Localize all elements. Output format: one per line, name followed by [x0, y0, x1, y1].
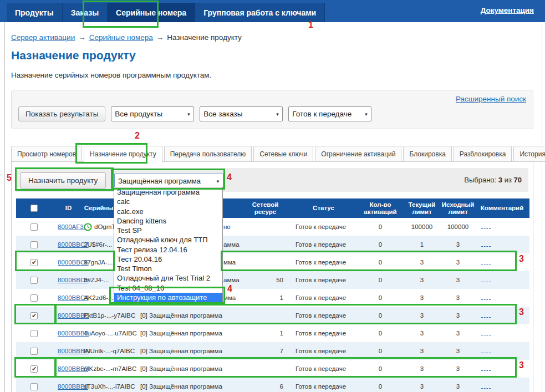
table-row: 8000AF32dOgmTH-...ноГотов к передаче0100… [16, 218, 529, 236]
row-checkbox[interactable] [30, 348, 38, 355]
dropdown-option[interactable]: Test SP [114, 226, 222, 235]
annotation-number-1: 1 [308, 20, 313, 30]
id-cell: 8000BBBB [53, 330, 84, 337]
tab-4[interactable]: Сетевые ключи [253, 146, 313, 162]
comment-edit-link[interactable] [481, 277, 491, 282]
row-checkbox[interactable]: ✔ [30, 259, 38, 266]
dropdown-option[interactable]: Test Timon [114, 264, 222, 273]
status-cell: Готов к передаче [289, 365, 358, 372]
top-navbar: ПродуктыЗаказыСерийные номераГрупповая р… [0, 0, 545, 22]
tab-6[interactable]: Блокировка [403, 146, 451, 162]
initial-limit-cell: 3 [441, 277, 475, 283]
comment-cell [475, 383, 529, 390]
dropdown-option[interactable]: calc.exe [114, 207, 222, 216]
row-checkbox[interactable]: ✔ [30, 365, 38, 373]
comment-edit-link[interactable] [481, 330, 491, 335]
nav-item[interactable]: Заказы [63, 3, 108, 22]
nav-item[interactable]: Групповая работа с ключами [195, 3, 325, 22]
row-checkbox[interactable] [30, 383, 38, 390]
comment-edit-link[interactable] [481, 384, 491, 389]
comment-edit-link[interactable] [481, 259, 491, 264]
tab-7[interactable]: Разблокировка [454, 146, 512, 162]
comment-edit-link[interactable] [481, 295, 491, 300]
comment-edit-link[interactable] [481, 224, 491, 229]
tab-content-panel: Назначить продукту Защищённая программа … [11, 161, 533, 392]
show-results-button[interactable]: Показать результаты [18, 106, 105, 121]
filter-select[interactable]: Все продукты▼ [111, 106, 194, 121]
table-row: ✔8000BBC697gnJA-...ммаГотов к передаче03… [16, 253, 529, 271]
product-dropdown-popup: Защищенная программаcalccalc.exeDancing … [114, 187, 223, 303]
current-limit-cell: 3 [403, 348, 441, 354]
dropdown-option[interactable]: Инструкция по автозащите [114, 293, 222, 302]
dropdown-option[interactable]: Тест релиза 12.04.16 [114, 245, 222, 254]
column-header: Кол-во активаций [358, 198, 403, 218]
current-limit-cell: 3 [403, 383, 441, 390]
id-cell: 8000BBC6 [53, 259, 84, 266]
selected-label: Выбрано: [464, 176, 496, 184]
row-checkbox[interactable] [30, 277, 38, 284]
comment-edit-link[interactable] [481, 313, 491, 318]
serial-id-link[interactable]: 8000AF32 [58, 223, 87, 230]
comment-edit-link[interactable] [481, 366, 491, 371]
status-cell: Готов к передаче [289, 294, 358, 301]
tab-2[interactable]: Назначение продукту [84, 146, 162, 162]
row-checkbox[interactable] [30, 223, 38, 231]
dropdown-option[interactable]: Отладочный для Test Trial 2 [114, 273, 222, 283]
network-resource-cell: 7 [242, 348, 289, 354]
breadcrumb: Сервер активации→Серийные номера→Назначе… [11, 33, 242, 42]
breadcrumb-separator: → [156, 33, 164, 42]
row-checkbox[interactable]: ✔ [30, 312, 38, 319]
tab-5[interactable]: Ограничение активаций [315, 146, 401, 162]
nav-item[interactable]: Серийные номера [108, 3, 195, 22]
comment-cell [475, 294, 529, 301]
serial-cell: INUntk-...-q7AIBC [84, 348, 139, 354]
nav-item[interactable]: Продукты [7, 3, 63, 22]
status-cell: Готов к передаче [289, 259, 358, 266]
dropdown-option[interactable]: Test 04_08_16 [114, 283, 222, 293]
tab-3[interactable]: Передача пользователю [164, 146, 252, 162]
nav-items: ПродуктыЗаказыСерийные номераГрупповая р… [7, 3, 325, 22]
id-cell: 8000BBB8 [53, 383, 84, 390]
row-checkbox[interactable] [30, 241, 38, 248]
window-right-edge [542, 22, 542, 392]
documentation-link[interactable]: Документация [481, 6, 534, 14]
selection-counter: Выбрано: 3 из 70 [464, 176, 522, 184]
comment-edit-link[interactable] [481, 242, 491, 247]
row-checkbox[interactable] [30, 330, 38, 337]
id-cell: 8000BBBA [53, 348, 84, 354]
current-limit-cell: 3 [403, 259, 441, 266]
network-resource-cell: 1 [242, 330, 289, 337]
checkbox-cell: ✔ [16, 365, 53, 373]
serial-cell: sT3uXh-...-i7AIBC [84, 383, 139, 390]
filter-select[interactable]: Готов к передаче▼ [288, 106, 371, 121]
initial-limit-cell: 3 [441, 383, 475, 390]
serial-value: INUntk-...-q7AIBC [84, 348, 135, 354]
dropdown-option[interactable]: Тест 20.04.16 [114, 254, 222, 264]
activations-cell: 0 [358, 383, 403, 390]
tab-8[interactable]: История [513, 146, 545, 162]
filter-select-value: Все заказы [203, 110, 242, 118]
dropdown-option[interactable]: Отладочный ключ для ТТП [114, 235, 222, 245]
dropdown-option[interactable]: Dancing kittens [114, 216, 222, 226]
dropdown-option[interactable]: calc [114, 197, 222, 206]
advanced-search-link[interactable]: Расширенный поиск [456, 95, 526, 103]
select-all-checkbox[interactable] [30, 205, 38, 212]
product-select[interactable]: Защищённая программа ▼ [114, 174, 223, 189]
dropdown-option[interactable]: Защищенная программа [114, 187, 222, 197]
tab-bar: Просмотр номеровНазначение продуктуПеред… [11, 146, 545, 162]
row-checkbox[interactable] [30, 294, 38, 302]
table-body: 8000AF32dOgmTH-...ноГотов к передаче0100… [16, 218, 529, 392]
serial-cell: nIKzbc-...-m7AIBC [84, 365, 139, 372]
assign-product-button[interactable]: Назначить продукту [20, 172, 106, 189]
comment-edit-link[interactable] [481, 348, 491, 353]
network-resource-cell: 1 [242, 294, 289, 301]
serial-value: 97gnJA-... [84, 259, 113, 266]
chevron-down-icon: ▼ [186, 112, 191, 117]
tab-1[interactable]: Просмотр номеров [11, 146, 82, 162]
breadcrumb-item[interactable]: Сервер активации [11, 33, 75, 42]
of-label: из [505, 176, 512, 184]
column-header: Текущий лимит [403, 198, 441, 218]
breadcrumb-item[interactable]: Серийные номера [89, 33, 153, 42]
page: ПродуктыЗаказыСерийные номераГрупповая р… [0, 0, 545, 392]
filter-select[interactable]: Все заказы▼ [200, 106, 283, 121]
